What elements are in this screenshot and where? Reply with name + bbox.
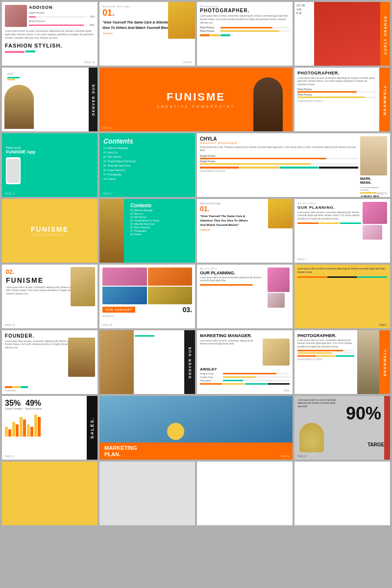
chyla-layout: CHYLA GRAPHIC DESIGNER. Justo laoreet du…	[200, 136, 387, 197]
addison-info: ADDISON Label Process 12% Brand Process …	[29, 5, 95, 26]
mktmgr2-bar3: Photography	[200, 379, 290, 382]
photographer-body: Lorem ipsum dolor sit amet, consectetur …	[200, 15, 290, 24]
mktmgr2-bar3-track	[223, 380, 290, 381]
photographer-cb3	[220, 34, 230, 36]
sales-pct2: 49%	[25, 399, 41, 407]
slide-denver2: DENVER DUE	[99, 330, 195, 394]
curly-stat1: 127,781	[296, 4, 312, 7]
photographer-bar1-fill	[220, 27, 272, 28]
photographer-title: PHOTOGRAPHER.	[200, 8, 290, 13]
contents2-photo	[99, 199, 124, 263]
bramwell2-sub: People Behind Our Brand	[297, 358, 354, 361]
mktmgr2-photo	[263, 339, 290, 366]
mktmgr2-title: MARKETING MANAGER.	[200, 333, 290, 339]
founder-photo	[68, 338, 95, 377]
bramwell2-bar1-track	[297, 350, 354, 351]
slide-planning2: We Are Who OUR PLANNING. Lorem ipsum dol…	[197, 265, 293, 328]
sales-group1	[5, 427, 11, 437]
slide-sales: 35% Growth Formation 49% Brand Formation	[2, 396, 98, 460]
planning-color-bars	[297, 222, 361, 224]
findus-label: Find us In	[6, 146, 94, 149]
curly-photo-inner	[314, 2, 380, 66]
chyla-subtitle: People Behind Our Brand	[200, 170, 358, 172]
bramwell-title: PHOTOGRAPHER.	[297, 71, 376, 75]
slide-funisme3: 02. FUNISME Lorem ipsum dolor sit amet, …	[2, 265, 98, 328]
planning-page: PAGE 7	[297, 258, 306, 261]
bramwell2-title: PHOTOGRAPHER.	[297, 333, 354, 338]
chyla-body: Justo laoreet duis id dui. Phasellus adi…	[200, 146, 358, 152]
sales-bar1a	[5, 427, 8, 437]
mktmgr2-bar2: Founder Factor	[200, 376, 290, 378]
mktmgr2-name: AINSLEY	[200, 367, 290, 371]
quote1-photo-area	[168, 2, 195, 39]
planning2-bar	[200, 284, 253, 286]
planning-cb1	[297, 222, 318, 224]
concept-photos	[102, 268, 192, 304]
concept-bottom: OUR CONCEPT 03.	[102, 306, 192, 314]
curly-side-text: CURLY ORANGE.	[384, 13, 387, 54]
mktmgr2-bar1-label: Designer Factor	[200, 372, 222, 375]
contents1-item2: 02. About Us	[103, 151, 191, 154]
filler-cb1	[297, 276, 327, 278]
sales-bar4b	[30, 427, 33, 437]
planning-label: We Are Who	[297, 202, 361, 205]
contents2-title: Contents	[130, 203, 191, 208]
bramwell-side-text: BRAMWELL	[383, 84, 387, 115]
planning-photos	[363, 202, 387, 240]
photographer-layout: Photography PHOTOGRAPHER. Lorem ipsum do…	[200, 5, 290, 36]
bramwell2-photo-inner	[357, 330, 379, 394]
mktplan-fruit	[167, 423, 184, 440]
sales-pct1: 35%	[5, 399, 21, 407]
founder-cb2	[13, 386, 20, 388]
addison-pink-bar	[5, 51, 24, 53]
filler-text: Lorem ipsum dolor sit amet consectetur a…	[297, 268, 387, 274]
sales-group4	[27, 424, 33, 437]
slide-planning1: We Are Who OUR PLANNING. Lorem ipsum dol…	[294, 199, 390, 263]
photographer-bars: Photo Process Photo Process	[200, 26, 290, 32]
bramwell-body: Lorem ipsum dolor sit amet consectetur a…	[297, 77, 376, 86]
sales-bar5a	[34, 415, 37, 437]
planning-photo2	[363, 225, 382, 240]
ainsley-bar1-fill	[360, 192, 376, 194]
denver-person-silhouette	[4, 85, 34, 129]
denver-yellow-accent	[7, 79, 15, 80]
bramwell2-bar2-track	[297, 352, 354, 354]
contents1-title: Contents	[103, 137, 191, 145]
bramwell-bars: Photo Process Photo Process	[297, 88, 376, 98]
slide-addison: ADDISON Label Process 12% Brand Process …	[2, 2, 98, 66]
mktmgr2-cb2	[222, 383, 245, 385]
findus-phone	[6, 157, 21, 184]
chyla-role: GRAPHIC DESIGNER.	[200, 142, 358, 145]
planning2-body: Lorem ipsum dolor sit amet consectetur a…	[200, 276, 266, 283]
target-num: 90%	[346, 403, 381, 424]
bramwell-bar2-track	[297, 97, 376, 98]
contents2-photo-inner	[99, 199, 124, 263]
founder-color-bars	[5, 386, 28, 388]
photographer-bar1-track	[220, 27, 290, 28]
findus-phone-screen	[7, 159, 20, 183]
mktmgr2-page: PAGE	[284, 390, 290, 392]
slide-concept: OUR CONCEPT 03. All We Are PAGE 06	[99, 265, 195, 328]
denver-person-area	[4, 85, 34, 129]
contents2-item8: 08. Feature	[130, 233, 191, 236]
chyla-cb4	[319, 167, 358, 169]
filler-page: PAGE 7	[379, 324, 387, 326]
bramwell2-main: PHOTOGRAPHER. Lorem ipsum dolor sit amet…	[294, 330, 357, 394]
photographer-bar1: Photo Process	[200, 26, 290, 29]
chyla-bar1-track	[200, 158, 358, 159]
concept-num: 03.	[183, 306, 192, 314]
photographer-bar2-track	[220, 30, 290, 32]
chyla-page: PAGE 11	[377, 192, 387, 195]
curly-stat2: 1.63	[296, 8, 312, 11]
target-body: Lorem ipsum dolor sit amet consectetur a…	[297, 399, 337, 408]
slide-contents1: Contents 01. Welcome Message 02. About U…	[99, 133, 195, 197]
mktplan-orange-box: MARKETINGPLAN.	[99, 442, 293, 460]
sales-sidebar: SALES.	[87, 396, 98, 460]
target-page: PAGE 13	[297, 455, 306, 458]
addison-photo	[5, 5, 27, 27]
addison-top: ADDISON Label Process 12% Brand Process …	[5, 5, 95, 27]
chyla-bar1-fill	[200, 158, 326, 159]
contents2-main: Contents 01. Welcome Message 02. About U…	[130, 203, 191, 236]
bramwell2-side-text: BRAMWELL	[383, 348, 387, 376]
sales-label2: Brand Formation	[25, 408, 42, 410]
